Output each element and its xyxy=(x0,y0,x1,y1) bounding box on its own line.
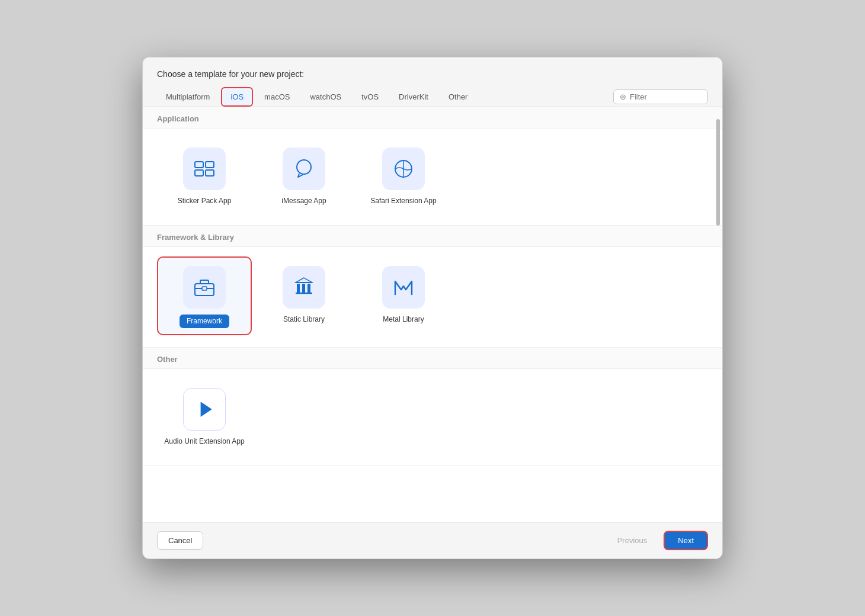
project-template-dialog: Choose a template for your new project: … xyxy=(142,57,723,559)
safari-ext-label: Safari Extension App xyxy=(370,196,436,206)
section-other-header: Other xyxy=(143,348,722,369)
audio-unit-icon xyxy=(184,389,225,430)
sticker-pack-icon-box xyxy=(183,147,226,190)
filter-input[interactable] xyxy=(630,92,701,101)
svg-marker-15 xyxy=(296,278,312,283)
svg-rect-11 xyxy=(297,284,300,293)
framework-icon-box xyxy=(183,266,226,309)
metal-library-label: Metal Library xyxy=(383,315,424,325)
svg-rect-3 xyxy=(206,170,214,176)
other-items-grid: Audio Unit Extension App xyxy=(143,369,722,466)
svg-rect-13 xyxy=(307,284,310,293)
template-metal-library[interactable]: Metal Library xyxy=(356,256,451,335)
metal-library-icon-box xyxy=(382,266,425,309)
audio-unit-label: Audio Unit Extension App xyxy=(164,437,244,447)
filter-icon: ⊜ xyxy=(620,92,626,101)
cancel-button[interactable]: Cancel xyxy=(157,531,203,550)
svg-rect-0 xyxy=(195,162,203,168)
static-library-label: Static Library xyxy=(283,315,325,325)
svg-marker-16 xyxy=(201,402,212,416)
svg-rect-12 xyxy=(302,284,305,293)
dialog-title: Choose a template for your new project: xyxy=(143,57,722,87)
template-sticker-pack[interactable]: Sticker Pack App xyxy=(157,138,252,213)
tab-driverkit[interactable]: DriverKit xyxy=(390,88,437,106)
svg-point-4 xyxy=(297,160,311,174)
next-button[interactable]: Next xyxy=(664,531,708,550)
metal-library-icon xyxy=(390,274,417,300)
tab-other[interactable]: Other xyxy=(440,88,477,106)
imessage-icon-box xyxy=(283,147,325,190)
filter-area[interactable]: ⊜ xyxy=(613,89,708,104)
sticker-pack-label: Sticker Pack App xyxy=(178,196,232,206)
tab-ios[interactable]: iOS xyxy=(221,87,253,107)
previous-button: Previous xyxy=(607,532,658,549)
content-area: Application Sticker Pack App xyxy=(143,107,722,522)
imessage-label: iMessage App xyxy=(281,196,326,206)
template-static-library[interactable]: Static Library xyxy=(257,256,351,335)
template-audio-unit[interactable]: Audio Unit Extension App xyxy=(157,378,252,454)
safari-ext-icon-box xyxy=(382,147,425,190)
static-library-icon xyxy=(291,274,317,300)
tab-tvos[interactable]: tvOS xyxy=(353,88,387,106)
imessage-icon xyxy=(291,156,317,182)
template-imessage[interactable]: iMessage App xyxy=(257,138,351,213)
svg-rect-1 xyxy=(206,162,214,168)
tab-bar: Multiplatform iOS macOS watchOS tvOS Dri… xyxy=(143,87,722,107)
scrollbar-thumb[interactable] xyxy=(716,119,720,226)
svg-rect-2 xyxy=(195,170,203,176)
section-framework-header: Framework & Library xyxy=(143,226,722,247)
sticker-pack-icon xyxy=(191,156,217,182)
section-application-header: Application xyxy=(143,107,722,129)
scrollbar-track[interactable] xyxy=(715,113,720,516)
tab-multiplatform[interactable]: Multiplatform xyxy=(157,88,219,106)
safari-ext-icon xyxy=(390,156,417,182)
framework-label: Framework xyxy=(180,315,229,328)
framework-items-grid: Framework Static Library xyxy=(143,247,722,348)
footer-right: Previous Next xyxy=(607,531,708,550)
application-items-grid: Sticker Pack App iMessage App xyxy=(143,129,722,226)
template-framework[interactable]: Framework xyxy=(157,256,252,335)
static-library-icon-box xyxy=(283,266,325,309)
framework-icon xyxy=(191,274,217,300)
audio-unit-icon-box xyxy=(183,388,226,431)
dialog-footer: Cancel Previous Next xyxy=(143,522,722,559)
tab-macos[interactable]: macOS xyxy=(255,88,299,106)
tab-watchos[interactable]: watchOS xyxy=(301,88,350,106)
svg-rect-9 xyxy=(202,287,207,290)
template-safari-ext[interactable]: Safari Extension App xyxy=(356,138,451,213)
